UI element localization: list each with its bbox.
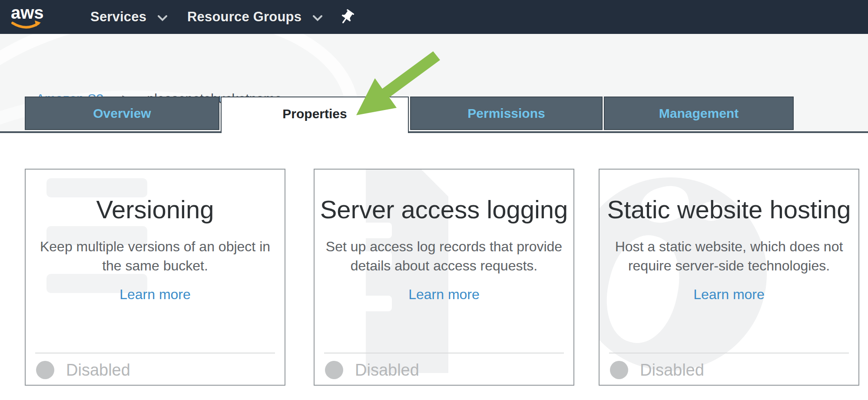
aws-smile-icon <box>13 23 38 27</box>
server-access-logging-card: Server access logging Set up access log … <box>314 169 574 386</box>
card-description-line: details about access requests. <box>315 256 573 275</box>
card-title: Versioning <box>26 195 285 224</box>
chevron-down-icon <box>158 15 167 21</box>
nav-services-menu[interactable]: Services <box>90 0 167 34</box>
status-dot-icon <box>325 361 343 379</box>
card-status: Disabled <box>325 358 419 382</box>
card-description: Keep multiple versions of an object in t… <box>26 237 285 275</box>
nav-resource-groups-label: Resource Groups <box>187 9 301 25</box>
card-divider <box>609 353 849 353</box>
pushpin-icon[interactable] <box>338 9 355 26</box>
tab-management[interactable]: Management <box>604 97 794 130</box>
tab-properties[interactable]: Properties <box>221 97 409 133</box>
tab-overview[interactable]: Overview <box>25 97 219 130</box>
card-description: Set up access log records that provide d… <box>315 237 573 275</box>
learn-more-link[interactable]: Learn more <box>693 287 765 303</box>
versioning-card: Versioning Keep multiple versions of an … <box>25 169 285 386</box>
learn-more-link[interactable]: Learn more <box>408 287 480 303</box>
s3-console-page: aws Services Resource Groups Amazon <box>0 0 868 400</box>
status-label: Disabled <box>355 361 419 380</box>
tab-permissions[interactable]: Permissions <box>410 97 603 130</box>
card-description-line: Keep multiple versions of an object in <box>26 237 285 256</box>
status-label: Disabled <box>640 361 704 380</box>
static-website-hosting-card: Static website hosting Host a static web… <box>599 169 859 386</box>
learn-more-link[interactable]: Learn more <box>119 287 191 303</box>
card-description-line: require server-side technologies. <box>600 256 858 275</box>
card-divider <box>35 353 275 353</box>
tab-bar-baseline <box>0 131 868 133</box>
chevron-down-icon <box>313 15 322 21</box>
card-status: Disabled <box>36 358 130 382</box>
card-description-line: the same bucket. <box>26 256 285 275</box>
card-status: Disabled <box>610 358 704 382</box>
top-nav-bar: aws Services Resource Groups <box>0 0 868 34</box>
status-dot-icon <box>610 361 628 379</box>
aws-logo-icon[interactable]: aws <box>10 3 46 31</box>
card-description-line: Host a static website, which does not <box>600 237 858 256</box>
status-dot-icon <box>36 361 54 379</box>
card-description-line: Set up access log records that provide <box>315 237 573 256</box>
nav-resource-groups-menu[interactable]: Resource Groups <box>187 0 322 34</box>
card-divider <box>324 353 564 353</box>
card-title: Static website hosting <box>600 195 858 224</box>
nav-services-label: Services <box>90 9 146 25</box>
status-label: Disabled <box>66 361 130 380</box>
card-title: Server access logging <box>315 195 573 224</box>
aws-logo-text: aws <box>11 3 44 22</box>
card-description: Host a static website, which does not re… <box>600 237 858 275</box>
